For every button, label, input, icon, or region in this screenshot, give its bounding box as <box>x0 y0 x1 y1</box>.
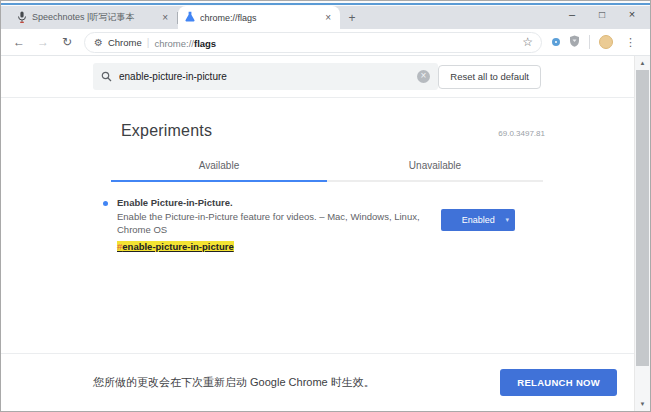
flags-search-row: × Reset all to default <box>1 56 634 98</box>
scroll-down-icon[interactable]: ▼ <box>635 397 650 411</box>
tab-chrome-flags[interactable]: chrome://flags × <box>178 6 340 29</box>
search-icon <box>101 68 112 86</box>
relaunch-now-button[interactable]: RELAUNCH NOW <box>500 369 617 396</box>
clear-search-icon[interactable]: × <box>417 70 430 83</box>
tab-title: chrome://flags <box>200 13 318 23</box>
search-input[interactable] <box>119 71 410 82</box>
chevron-down-icon: ▾ <box>505 216 509 224</box>
toolbar-separator <box>589 35 590 49</box>
url-host: flags <box>194 38 216 49</box>
bookmark-star-icon[interactable]: ☆ <box>519 35 536 49</box>
restart-notice: 您所做的更改会在下次重新启动 Google Chrome 时生效。 <box>93 375 375 390</box>
minimize-button[interactable]: – <box>557 4 587 24</box>
permalink-text: enable-picture-in-picture <box>122 241 233 252</box>
selected-state: Enabled <box>462 215 495 225</box>
browser-toolbar: ← → ↻ ⚙ Chrome | chrome://flags ☆ ⋮ <box>1 29 650 56</box>
shield-extension-icon[interactable] <box>569 33 580 51</box>
experiments-header: Experiments 69.0.3497.81 <box>1 98 634 140</box>
window-top-edge <box>1 1 650 6</box>
omnibox-separator: | <box>147 37 150 48</box>
close-icon[interactable]: × <box>323 12 333 23</box>
forward-button[interactable]: → <box>32 35 54 49</box>
flag-permalink[interactable]: #enable-picture-in-picture <box>117 241 234 252</box>
flag-name: Enable Picture-in-Picture. <box>117 196 441 209</box>
tab-title: Speechnotes |听写记事本 <box>32 11 155 24</box>
scrollbar[interactable]: ▲ ▼ <box>634 56 650 411</box>
omnibox-site-label: Chrome <box>108 37 142 48</box>
reset-all-button[interactable]: Reset all to default <box>438 65 541 89</box>
flag-entry: Enable Picture-in-Picture. Enable the Pi… <box>93 196 543 253</box>
profile-avatar[interactable] <box>599 35 613 49</box>
url-scheme: chrome:// <box>154 38 194 49</box>
flask-icon <box>185 11 195 24</box>
flag-permalink-line: #enable-picture-in-picture <box>117 240 441 253</box>
window-accent-line <box>1 3 650 5</box>
browser-menu-icon[interactable]: ⋮ <box>622 36 639 49</box>
page-content: × Reset all to default Experiments 69.0.… <box>1 56 650 411</box>
tab-unavailable[interactable]: Unavailable <box>327 154 543 182</box>
flag-state-select[interactable]: Enabled ▾ <box>441 209 515 231</box>
flag-description: Enable the Picture-in-Picture feature fo… <box>117 210 441 236</box>
extension-area: ⋮ <box>548 33 643 51</box>
close-icon[interactable]: × <box>160 12 170 23</box>
extension-ring-icon[interactable] <box>552 38 560 46</box>
availability-tabs: Available Unavailable <box>111 154 543 182</box>
close-window-button[interactable]: × <box>617 4 647 24</box>
window-controls: – □ × <box>557 4 647 24</box>
omnibox[interactable]: ⚙ Chrome | chrome://flags ☆ <box>84 32 542 53</box>
microphone-icon <box>17 11 27 25</box>
back-button[interactable]: ← <box>8 35 30 49</box>
tab-speechnotes[interactable]: Speechnotes |听写记事本 × <box>10 6 177 29</box>
chrome-version: 69.0.3497.81 <box>498 129 545 138</box>
site-settings-icon[interactable]: ⚙ <box>94 37 103 48</box>
new-tab-button[interactable]: + <box>340 6 364 29</box>
omnibox-url: chrome://flags <box>154 33 216 51</box>
tab-available[interactable]: Available <box>111 154 327 182</box>
relaunch-bar: 您所做的更改会在下次重新启动 Google Chrome 时生效。 RELAUN… <box>1 353 634 411</box>
flag-info: Enable Picture-in-Picture. Enable the Pi… <box>117 196 441 253</box>
scrollbar-thumb[interactable] <box>636 70 649 366</box>
flag-bullet-icon <box>103 201 108 206</box>
maximize-button[interactable]: □ <box>587 4 617 24</box>
page-title: Experiments <box>121 122 212 140</box>
reload-button[interactable]: ↻ <box>56 35 78 49</box>
tab-strip: Speechnotes |听写记事本 × chrome://flags × + <box>1 6 650 29</box>
flags-search-box[interactable]: × <box>93 63 438 90</box>
browser-window: – □ × Speechnotes |听写记事本 × chrome://flag… <box>0 0 651 412</box>
scroll-up-icon[interactable]: ▲ <box>635 56 650 70</box>
